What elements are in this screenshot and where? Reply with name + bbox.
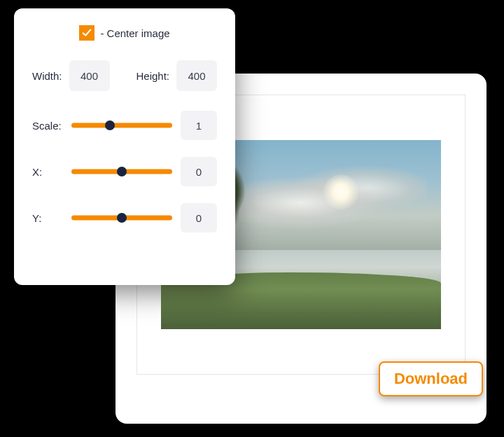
width-input[interactable] (69, 60, 110, 91)
x-label: X: (32, 166, 63, 178)
center-image-checkbox[interactable] (79, 25, 94, 41)
scale-value: 1 (181, 111, 217, 140)
check-icon (82, 28, 92, 38)
scale-row: Scale: 1 (32, 111, 217, 140)
y-slider[interactable] (71, 211, 172, 225)
y-slider-thumb[interactable] (117, 213, 127, 223)
scale-slider[interactable] (71, 118, 172, 132)
controls-panel: - Center image Width: Height: Scale: 1 X… (14, 8, 235, 285)
download-button[interactable]: Download (379, 361, 483, 396)
center-image-row: - Center image (32, 25, 217, 41)
scale-slider-thumb[interactable] (105, 120, 115, 130)
height-input[interactable] (176, 60, 217, 91)
height-label: Height: (136, 70, 169, 82)
y-label: Y: (32, 212, 63, 224)
x-slider[interactable] (71, 165, 172, 179)
x-slider-thumb[interactable] (117, 167, 127, 176)
y-row: Y: 0 (32, 203, 217, 233)
dimensions-row: Width: Height: (32, 60, 217, 91)
width-label: Width: (32, 70, 62, 82)
y-value: 0 (181, 203, 217, 233)
scale-label: Scale: (32, 120, 63, 132)
x-row: X: 0 (32, 157, 217, 186)
center-image-label: - Center image (100, 27, 169, 39)
x-value: 0 (181, 157, 217, 186)
